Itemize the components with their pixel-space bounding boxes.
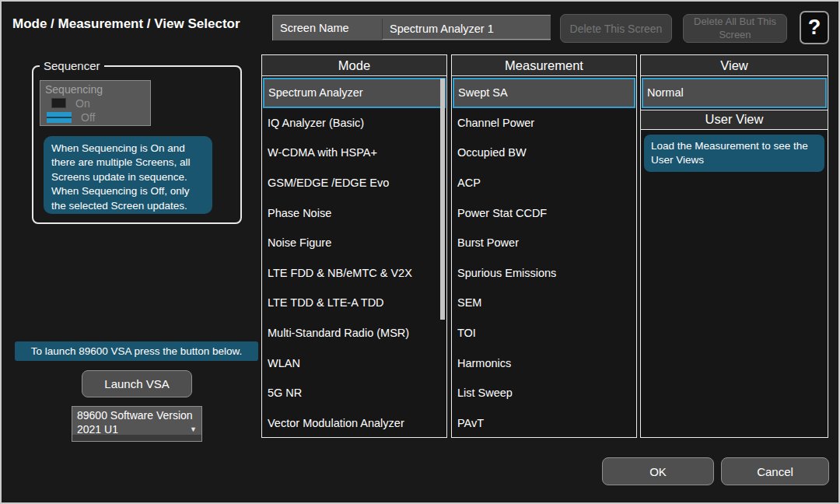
measurement-list-item[interactable]: Channel Power: [452, 108, 636, 138]
sequencing-off-option[interactable]: Off: [45, 110, 150, 124]
mode-list-item[interactable]: WLAN: [262, 348, 446, 378]
screen-name-field[interactable]: Screen Name Spectrum Analyzer 1: [272, 15, 551, 40]
view-list-item[interactable]: Normal: [642, 78, 827, 108]
measurement-list-item[interactable]: PAvT: [452, 408, 636, 439]
sequencing-on-indicator-icon: [51, 98, 66, 108]
launch-vsa-button[interactable]: Launch VSA: [82, 370, 192, 397]
delete-all-but-this-screen-button[interactable]: Delete All But This Screen: [683, 14, 787, 43]
measurement-list-item[interactable]: Swept SA: [453, 78, 635, 108]
screen-name-input[interactable]: Spectrum Analyzer 1: [382, 19, 551, 40]
mode-list-item[interactable]: Spectrum Analyzer: [263, 78, 446, 108]
screen-name-label: Screen Name: [273, 22, 382, 34]
mode-measurement-view-selector-dialog: Mode / Measurement / View Selector Scree…: [0, 0, 840, 504]
view-column: View Normal User View Load the Measureme…: [640, 54, 828, 438]
mode-list-scrollbar[interactable]: [440, 79, 445, 320]
sequencing-off-label: Off: [81, 111, 95, 124]
mode-list-item[interactable]: IQ Analyzer (Basic): [262, 108, 446, 138]
user-view-header: User View: [641, 110, 828, 130]
mode-list-item[interactable]: GSM/EDGE /EDGE Evo: [262, 168, 446, 198]
mode-list-item[interactable]: 5G NR: [262, 378, 446, 408]
cancel-button[interactable]: Cancel: [721, 457, 829, 485]
chevron-down-icon: ▼: [190, 425, 197, 433]
measurement-list-item[interactable]: Occupied BW: [452, 138, 636, 168]
measurement-list-item[interactable]: SEM: [452, 288, 636, 318]
user-view-info-text: Load the Measurement to see the User Vie…: [644, 135, 824, 172]
measurement-list-item[interactable]: Power Stat CCDF: [452, 198, 636, 228]
sequencer-group: Sequencer Sequencing On Off When Sequenc…: [32, 65, 242, 224]
page-title: Mode / Measurement / View Selector: [12, 16, 240, 32]
vsa-version-value: 2021 U1: [77, 423, 118, 436]
view-list: Normal: [641, 76, 828, 108]
vsa-version-dropdown-base: [72, 435, 201, 441]
measurement-list-item[interactable]: Spurious Emissions: [452, 258, 636, 289]
mode-list-item[interactable]: Noise Figure: [262, 228, 446, 258]
sequencing-toggle-label: Sequencing: [45, 83, 150, 96]
sequencer-info-text: When Sequencing is On and there are mult…: [44, 136, 212, 214]
sequencing-on-label: On: [75, 97, 90, 110]
mode-column-header: Mode: [262, 55, 446, 76]
mode-list-item[interactable]: Vector Modulation Analyzer: [262, 408, 446, 439]
sequencing-toggle[interactable]: Sequencing On Off: [40, 80, 151, 126]
measurement-list-item[interactable]: TOI: [452, 318, 636, 348]
help-icon[interactable]: ?: [800, 11, 829, 44]
ok-button[interactable]: OK: [602, 457, 714, 485]
vsa-info-text: To launch 89600 VSA press the button bel…: [15, 341, 258, 361]
delete-this-screen-button[interactable]: Delete This Screen: [560, 14, 672, 43]
sequencer-group-label: Sequencer: [40, 59, 104, 72]
mode-list-item[interactable]: LTE FDD & NB/eMTC & V2X: [262, 258, 446, 289]
measurement-list-item[interactable]: List Sweep: [452, 378, 636, 408]
sequencing-on-option[interactable]: On: [45, 96, 150, 110]
mode-list-item[interactable]: W-CDMA with HSPA+: [262, 138, 446, 168]
mode-column: Mode Spectrum Analyzer IQ Analyzer (Basi…: [261, 54, 447, 438]
view-column-header: View: [641, 55, 828, 76]
measurement-list-item[interactable]: Burst Power: [452, 228, 636, 258]
mode-list-item[interactable]: Phase Noise: [262, 198, 446, 228]
measurement-list-item[interactable]: Harmonics: [452, 348, 636, 378]
measurement-column-header: Measurement: [452, 55, 636, 76]
sequencing-off-indicator-icon: [47, 112, 72, 123]
mode-list: Spectrum Analyzer IQ Analyzer (Basic) W-…: [262, 76, 446, 438]
mode-list-item[interactable]: LTE TDD & LTE-A TDD: [262, 288, 446, 318]
vsa-version-dropdown[interactable]: 89600 Software Version 2021 U1 ▼: [72, 406, 202, 442]
measurement-list: Swept SA Channel Power Occupied BW ACP P…: [452, 76, 636, 438]
measurement-list-item[interactable]: ACP: [452, 168, 636, 198]
vsa-version-label: 89600 Software Version: [77, 409, 193, 422]
mode-list-item[interactable]: Multi-Standard Radio (MSR): [262, 318, 446, 348]
measurement-column: Measurement Swept SA Channel Power Occup…: [451, 54, 637, 438]
